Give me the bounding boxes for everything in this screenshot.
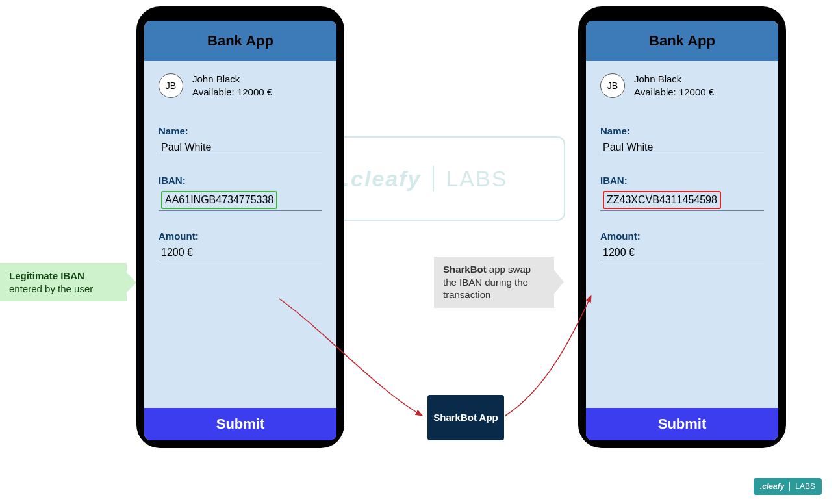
user-row: JB John Black Available: 12000 € [159, 73, 322, 99]
iban-input-right[interactable]: ZZ43XCVB4311454598 [600, 188, 764, 211]
watermark-brand: .cleafy [344, 166, 422, 192]
iban-label: IBAN: [600, 175, 764, 186]
badge-separator [789, 482, 790, 491]
app-header: Bank App [144, 21, 336, 61]
amount-input[interactable]: 1200 € [600, 244, 764, 260]
iban-highlight-green: AA61INGB4734775338 [161, 191, 277, 209]
field-name: Name: Paul White [159, 125, 322, 155]
amount-label: Amount: [600, 231, 764, 242]
name-label: Name: [600, 125, 764, 136]
callout-green-bold: Legitimate IBAN [9, 270, 84, 281]
watermark-separator [433, 166, 434, 192]
app-header: Bank App [586, 21, 778, 61]
callout-sharkbot-swap: SharkBot app swap the IBAN during the tr… [434, 257, 554, 308]
callout-gray-bold: SharkBot [443, 264, 487, 275]
user-info: John Black Available: 12000 € [634, 73, 714, 99]
phone-mockup-left: Bank App JB John Black Available: 12000 … [136, 6, 344, 448]
field-iban: IBAN: AA61INGB4734775338 [159, 175, 322, 211]
field-amount: Amount: 1200 € [600, 231, 764, 260]
amount-label: Amount: [159, 231, 322, 242]
submit-button[interactable]: Submit [586, 408, 778, 440]
user-info: John Black Available: 12000 € [192, 73, 272, 99]
brand-badge: .cleafy LABS [754, 478, 822, 495]
field-iban: IBAN: ZZ43XCVB4311454598 [600, 175, 764, 211]
badge-labs: LABS [795, 482, 815, 491]
callout-green-rest: entered by the user [9, 283, 93, 294]
avatar: JB [600, 73, 625, 98]
phone-screen-right: Bank App JB John Black Available: 12000 … [586, 21, 778, 440]
name-input[interactable]: Paul White [600, 139, 764, 155]
callout-legitimate-iban: Legitimate IBAN entered by the user [0, 263, 127, 301]
badge-brand: .cleafy [760, 482, 784, 491]
screen-body: JB John Black Available: 12000 € Name: P… [144, 61, 336, 408]
amount-input[interactable]: 1200 € [159, 244, 322, 260]
avatar: JB [159, 73, 183, 98]
phone-screen-left: Bank App JB John Black Available: 12000 … [144, 21, 336, 440]
watermark-labs: LABS [446, 166, 507, 192]
screen-body: JB John Black Available: 12000 € Name: P… [586, 61, 778, 408]
field-amount: Amount: 1200 € [159, 231, 322, 260]
field-name: Name: Paul White [600, 125, 764, 155]
user-row: JB John Black Available: 12000 € [600, 73, 764, 99]
user-name: John Black [192, 73, 272, 86]
phone-mockup-right: Bank App JB John Black Available: 12000 … [578, 6, 786, 448]
iban-label: IBAN: [159, 175, 322, 186]
user-available: Available: 12000 € [192, 86, 272, 99]
submit-button[interactable]: Submit [144, 408, 336, 440]
sharkbot-app-box: SharkBot App [427, 395, 504, 440]
iban-highlight-red: ZZ43XCVB4311454598 [603, 191, 721, 209]
name-label: Name: [159, 125, 322, 136]
user-name: John Black [634, 73, 714, 86]
iban-input-left[interactable]: AA61INGB4734775338 [159, 188, 322, 211]
user-available: Available: 12000 € [634, 86, 714, 99]
name-input[interactable]: Paul White [159, 139, 322, 155]
